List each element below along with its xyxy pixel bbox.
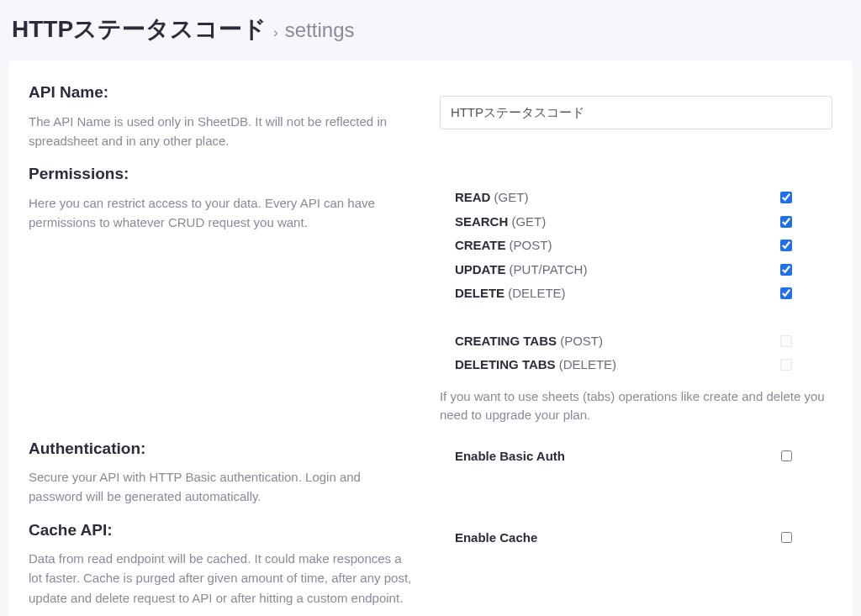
api-name-input[interactable] xyxy=(440,96,832,129)
authentication-heading: Authentication: xyxy=(29,437,415,461)
api-name-desc: The API Name is used only in SheetDB. It… xyxy=(29,112,415,151)
basic-auth-checkbox[interactable] xyxy=(781,450,792,461)
perm-creating-tabs-row: CREATING TABS (POST) xyxy=(440,329,832,354)
basic-auth-label: Enable Basic Auth xyxy=(455,447,565,466)
perm-search-row: SEARCH (GET) xyxy=(440,210,832,234)
section-cache: Cache API: Data from read endpoint will … xyxy=(29,519,832,608)
tabs-permissions-list: CREATING TABS (POST)DELETING TABS (DELET… xyxy=(440,329,832,377)
perm-search-label: SEARCH (GET) xyxy=(455,213,546,232)
perm-read-checkbox[interactable] xyxy=(780,192,792,203)
section-permissions: Permissions: Here you can restrict acces… xyxy=(29,162,832,425)
perm-search-checkbox[interactable] xyxy=(780,216,792,228)
perm-delete-row: DELETE (DELETE) xyxy=(440,282,832,306)
perm-deleting-tabs-checkbox xyxy=(780,359,792,371)
perm-create-row: CREATE (POST) xyxy=(440,234,832,258)
breadcrumb: HTTPステータスコード › settings xyxy=(8,8,853,61)
perm-deleting-tabs-row: DELETING TABS (DELETE) xyxy=(440,353,832,377)
perm-create-label: CREATE (POST) xyxy=(455,236,552,255)
section-api-name: API Name: The API Name is used only in S… xyxy=(29,81,832,150)
permissions-heading: Permissions: xyxy=(29,162,415,187)
cache-desc: Data from read endpoint will be cached. … xyxy=(29,549,415,608)
perm-creating-tabs-label: CREATING TABS (POST) xyxy=(455,332,603,351)
perm-read-label: READ (GET) xyxy=(455,188,529,208)
cache-checkbox[interactable] xyxy=(781,532,792,543)
perm-creating-tabs-checkbox xyxy=(780,335,792,347)
perm-update-label: UPDATE (PUT/PATCH) xyxy=(455,261,588,280)
chevron-right-icon: › xyxy=(273,25,277,39)
section-authentication: Authentication: Secure your API with HTT… xyxy=(29,437,832,507)
cache-label: Enable Cache xyxy=(455,529,537,548)
perm-create-checkbox[interactable] xyxy=(780,240,792,251)
tabs-upgrade-note: If you want to use sheets (tabs) operati… xyxy=(440,387,832,425)
permissions-list: READ (GET)SEARCH (GET)CREATE (POST)UPDAT… xyxy=(440,186,832,306)
perm-update-row: UPDATE (PUT/PATCH) xyxy=(440,258,832,282)
cache-heading: Cache API: xyxy=(29,519,415,543)
authentication-desc: Secure your API with HTTP Basic authenti… xyxy=(29,467,415,507)
breadcrumb-title: HTTPステータスコード xyxy=(12,16,267,42)
api-name-heading: API Name: xyxy=(29,81,415,105)
perm-update-checkbox[interactable] xyxy=(780,264,792,276)
perm-read-row: READ (GET) xyxy=(440,186,832,210)
perm-deleting-tabs-label: DELETING TABS (DELETE) xyxy=(455,355,616,375)
breadcrumb-sub: settings xyxy=(285,18,355,41)
perm-delete-checkbox[interactable] xyxy=(780,287,792,299)
perm-delete-label: DELETE (DELETE) xyxy=(455,284,566,303)
settings-card: API Name: The API Name is used only in S… xyxy=(8,61,853,616)
permissions-desc: Here you can restrict access to your dat… xyxy=(29,193,415,233)
